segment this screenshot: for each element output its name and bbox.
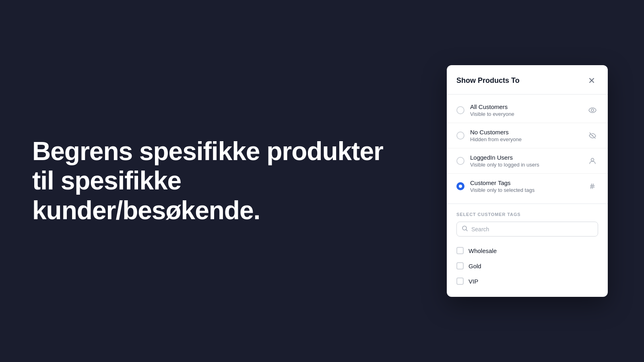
option-all-customers-label: All Customers xyxy=(470,103,587,110)
tag-item-vip[interactable]: VIP xyxy=(456,274,598,289)
option-customer-tags[interactable]: Customer Tags Visible only to selected t… xyxy=(447,174,608,199)
tag-item-gold[interactable]: Gold xyxy=(456,258,598,274)
left-panel: Begrens spesifikke produkter til spesifi… xyxy=(0,113,443,250)
search-box xyxy=(456,222,598,237)
checkbox-vip[interactable] xyxy=(456,278,464,285)
tag-label-vip: VIP xyxy=(469,278,478,285)
checkbox-gold[interactable] xyxy=(456,262,464,269)
option-loggedin-users-text: LoggedIn Users Visible only to logged in… xyxy=(470,154,587,168)
modal: Show Products To All Customers Visible t… xyxy=(447,65,608,297)
divider xyxy=(447,204,608,204)
option-no-customers[interactable]: No Customers Hidden from everyone xyxy=(447,123,608,148)
tag-label-wholesale: Wholesale xyxy=(469,247,497,254)
option-customer-tags-text: Customer Tags Visible only to selected t… xyxy=(470,179,587,193)
option-no-customers-label: No Customers xyxy=(470,129,587,136)
checkbox-wholesale[interactable] xyxy=(456,247,464,254)
radio-list: All Customers Visible to everyone No Cus… xyxy=(447,95,608,202)
radio-no-customers xyxy=(456,132,464,140)
option-loggedin-users-sublabel: Visible only to logged in users xyxy=(470,162,587,168)
main-headline: Begrens spesifikke produkter til spesifi… xyxy=(32,137,411,226)
radio-all-customers xyxy=(456,106,464,114)
right-panel: Show Products To All Customers Visible t… xyxy=(443,65,612,297)
close-icon xyxy=(588,77,595,84)
search-icon xyxy=(462,225,468,233)
search-input[interactable] xyxy=(471,226,593,232)
tags-section: SELECT CUSTOMER TAGS Wholesale Gold xyxy=(447,206,608,297)
tag-label-gold: Gold xyxy=(469,263,481,269)
option-customer-tags-sublabel: Visible only to selected tags xyxy=(470,187,587,193)
eye-off-icon xyxy=(587,130,598,141)
user-icon xyxy=(587,155,598,167)
option-no-customers-text: No Customers Hidden from everyone xyxy=(470,129,587,142)
tags-section-label: SELECT CUSTOMER TAGS xyxy=(456,212,598,217)
radio-loggedin-users xyxy=(456,157,464,165)
option-customer-tags-label: Customer Tags xyxy=(470,179,587,186)
option-loggedin-users-label: LoggedIn Users xyxy=(470,154,587,161)
hash-icon xyxy=(587,181,598,192)
option-all-customers-text: All Customers Visible to everyone xyxy=(470,103,587,117)
option-no-customers-sublabel: Hidden from everyone xyxy=(470,136,587,142)
svg-point-1 xyxy=(591,158,594,161)
close-button[interactable] xyxy=(585,74,598,87)
option-all-customers[interactable]: All Customers Visible to everyone xyxy=(447,98,608,123)
eye-icon xyxy=(587,105,598,116)
option-loggedin-users[interactable]: LoggedIn Users Visible only to logged in… xyxy=(447,148,608,174)
option-all-customers-sublabel: Visible to everyone xyxy=(470,111,587,117)
radio-customer-tags xyxy=(456,182,464,190)
svg-point-0 xyxy=(591,109,594,111)
modal-header: Show Products To xyxy=(447,65,608,95)
modal-title: Show Products To xyxy=(456,76,520,85)
tag-item-wholesale[interactable]: Wholesale xyxy=(456,243,598,258)
